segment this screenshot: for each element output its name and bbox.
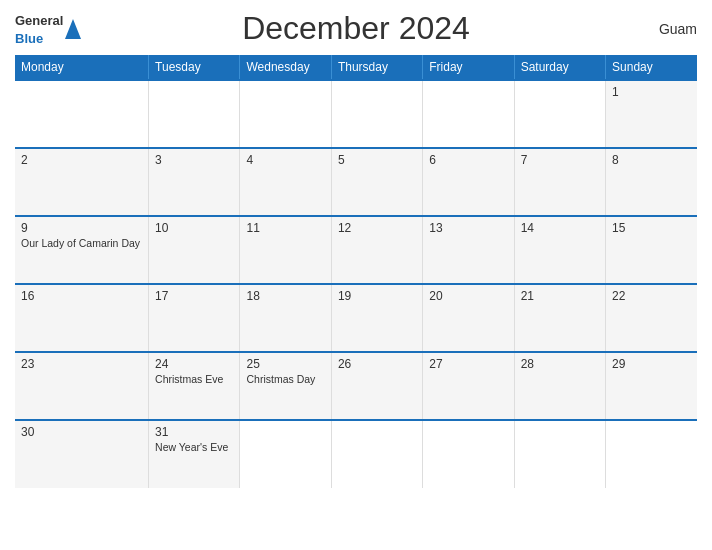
calendar-cell <box>240 420 331 488</box>
holiday-label: New Year's Eve <box>155 441 233 455</box>
calendar-cell: 30 <box>15 420 149 488</box>
day-number: 27 <box>429 357 507 371</box>
day-number: 16 <box>21 289 142 303</box>
day-number: 17 <box>155 289 233 303</box>
header: General Blue December 2024 Guam <box>15 10 697 47</box>
calendar-cell: 14 <box>514 216 605 284</box>
calendar-cell: 11 <box>240 216 331 284</box>
calendar-cell: 23 <box>15 352 149 420</box>
day-number: 14 <box>521 221 599 235</box>
calendar-cell: 15 <box>606 216 697 284</box>
day-number: 4 <box>246 153 324 167</box>
day-number: 13 <box>429 221 507 235</box>
calendar-cell <box>514 80 605 148</box>
calendar-week-row: 16171819202122 <box>15 284 697 352</box>
calendar-cell <box>514 420 605 488</box>
calendar-cell <box>423 80 514 148</box>
calendar-cell <box>606 420 697 488</box>
day-number: 1 <box>612 85 691 99</box>
calendar-cell: 28 <box>514 352 605 420</box>
region-label: Guam <box>659 21 697 37</box>
calendar-week-row: 3031New Year's Eve <box>15 420 697 488</box>
col-wednesday: Wednesday <box>240 55 331 80</box>
calendar-cell: 31New Year's Eve <box>149 420 240 488</box>
calendar-cell <box>149 80 240 148</box>
calendar-table: Monday Tuesday Wednesday Thursday Friday… <box>15 55 697 488</box>
calendar-cell: 9Our Lady of Camarin Day <box>15 216 149 284</box>
calendar-cell: 25Christmas Day <box>240 352 331 420</box>
svg-marker-0 <box>65 19 81 39</box>
col-saturday: Saturday <box>514 55 605 80</box>
day-number: 7 <box>521 153 599 167</box>
calendar-cell <box>240 80 331 148</box>
col-friday: Friday <box>423 55 514 80</box>
day-number: 2 <box>21 153 142 167</box>
calendar-cell <box>331 420 422 488</box>
holiday-label: Christmas Eve <box>155 373 233 387</box>
calendar-cell: 1 <box>606 80 697 148</box>
day-number: 11 <box>246 221 324 235</box>
holiday-label: Christmas Day <box>246 373 324 387</box>
logo-triangle-icon <box>65 19 81 39</box>
day-number: 30 <box>21 425 142 439</box>
calendar-cell: 12 <box>331 216 422 284</box>
calendar-cell: 21 <box>514 284 605 352</box>
day-number: 23 <box>21 357 142 371</box>
day-number: 25 <box>246 357 324 371</box>
calendar-cell: 8 <box>606 148 697 216</box>
day-number: 20 <box>429 289 507 303</box>
calendar-cell: 17 <box>149 284 240 352</box>
calendar-week-row: 2324Christmas Eve25Christmas Day26272829 <box>15 352 697 420</box>
calendar-cell: 19 <box>331 284 422 352</box>
col-tuesday: Tuesday <box>149 55 240 80</box>
calendar-cell: 24Christmas Eve <box>149 352 240 420</box>
calendar-page: General Blue December 2024 Guam Monday T… <box>0 0 712 550</box>
day-number: 24 <box>155 357 233 371</box>
calendar-week-row: 2345678 <box>15 148 697 216</box>
calendar-week-row: 9Our Lady of Camarin Day101112131415 <box>15 216 697 284</box>
day-number: 5 <box>338 153 416 167</box>
day-number: 9 <box>21 221 142 235</box>
calendar-cell: 22 <box>606 284 697 352</box>
calendar-cell: 20 <box>423 284 514 352</box>
holiday-label: Our Lady of Camarin Day <box>21 237 142 251</box>
calendar-cell: 6 <box>423 148 514 216</box>
page-title: December 2024 <box>242 10 470 47</box>
day-number: 22 <box>612 289 691 303</box>
calendar-cell: 26 <box>331 352 422 420</box>
day-number: 3 <box>155 153 233 167</box>
day-number: 18 <box>246 289 324 303</box>
calendar-cell: 3 <box>149 148 240 216</box>
calendar-cell: 2 <box>15 148 149 216</box>
day-number: 31 <box>155 425 233 439</box>
calendar-cell <box>15 80 149 148</box>
calendar-cell: 5 <box>331 148 422 216</box>
day-number: 29 <box>612 357 691 371</box>
day-number: 28 <box>521 357 599 371</box>
col-thursday: Thursday <box>331 55 422 80</box>
day-number: 21 <box>521 289 599 303</box>
col-sunday: Sunday <box>606 55 697 80</box>
calendar-header-row: Monday Tuesday Wednesday Thursday Friday… <box>15 55 697 80</box>
calendar-cell: 27 <box>423 352 514 420</box>
day-number: 12 <box>338 221 416 235</box>
calendar-cell: 29 <box>606 352 697 420</box>
day-number: 8 <box>612 153 691 167</box>
calendar-cell: 7 <box>514 148 605 216</box>
calendar-week-row: 1 <box>15 80 697 148</box>
col-monday: Monday <box>15 55 149 80</box>
day-number: 10 <box>155 221 233 235</box>
calendar-cell: 4 <box>240 148 331 216</box>
day-number: 19 <box>338 289 416 303</box>
day-number: 6 <box>429 153 507 167</box>
calendar-cell: 16 <box>15 284 149 352</box>
logo-blue-text: Blue <box>15 31 43 46</box>
logo-general-text: General <box>15 13 63 28</box>
logo: General Blue <box>15 11 81 47</box>
calendar-cell <box>423 420 514 488</box>
calendar-cell: 10 <box>149 216 240 284</box>
calendar-cell <box>331 80 422 148</box>
day-number: 15 <box>612 221 691 235</box>
day-number: 26 <box>338 357 416 371</box>
calendar-cell: 18 <box>240 284 331 352</box>
